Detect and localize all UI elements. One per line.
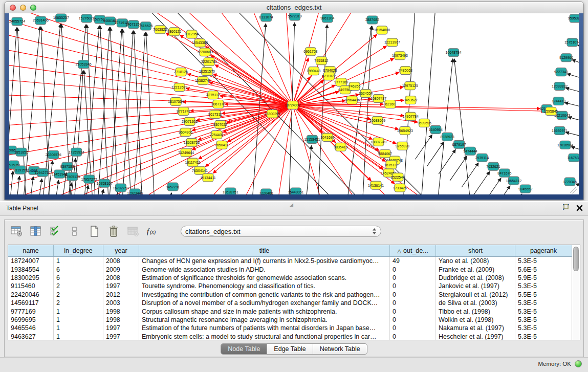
table-mode-icon[interactable] [10,225,23,238]
delete-column-icon[interactable] [107,225,120,238]
graph-node[interactable]: 17359924 [69,148,84,156]
graph-node[interactable]: 9756928 [396,142,409,150]
graph-node[interactable]: 16251570 [199,68,215,76]
graph-node[interactable]: 15751074 [564,38,579,47]
graph-node[interactable]: 1167534 [567,154,579,162]
column-header-short[interactable]: short [436,245,515,256]
graph-node[interactable]: 1851855 [14,148,28,156]
graph-node[interactable]: 12923446 [127,189,143,194]
column-header-name[interactable]: name [8,245,54,256]
graph-node[interactable]: 9617311 [208,110,222,118]
graph-node[interactable]: 32201761 [201,58,217,66]
canvas-resize-grip[interactable] [570,187,577,193]
float-panel-icon[interactable] [562,204,570,213]
graph-node[interactable]: 7663822 [153,26,167,34]
graph-node[interactable]: 16154808 [374,26,390,34]
graph-node[interactable]: 8131074 [259,13,273,21]
graph-node[interactable]: 1990448 [307,67,320,75]
graph-node[interactable]: 5572319 [288,13,301,20]
graph-node[interactable]: 12213967 [384,38,400,47]
graph-node[interactable]: 9129966 [559,54,573,62]
graph-node[interactable]: 9457791 [166,183,180,191]
graph-node[interactable]: 9319159 [13,166,27,174]
graph-node[interactable]: 1041699 [320,133,334,141]
graph-node[interactable]: 7220466 [259,189,273,194]
graph-node[interactable]: 10648784 [446,49,462,57]
graph-node[interactable]: 15692971 [552,126,568,135]
graph-node[interactable]: 2887682 [365,16,379,24]
graph-node[interactable]: 9245652 [518,185,532,193]
toggle-rows-icon[interactable] [68,225,81,238]
graph-node[interactable]: 9463627 [404,96,418,104]
table-panel-titlebar[interactable]: ◢ Table Panel [0,201,588,216]
column-header-year[interactable]: year [103,245,139,256]
graph-node[interactable]: 18107554 [168,98,184,106]
graph-node[interactable]: 9474444 [463,147,477,155]
scrollbar-thumb[interactable] [573,247,579,271]
column-chooser-icon[interactable] [29,225,42,238]
graph-node[interactable]: 18628753 [184,138,200,146]
graph-node[interactable]: 10973493 [392,52,408,60]
table-row[interactable]: 1830029562008Estimation of significance … [8,274,572,282]
tab-edge-table[interactable]: Edge Table [267,344,313,354]
graph-node[interactable]: 746266 [349,82,360,91]
graph-node[interactable]: 8938923 [441,133,454,141]
graph-node[interactable]: 1595845 [544,107,558,115]
splitter-grip[interactable]: ◢ [290,202,293,207]
graph-node[interactable]: 1770345 [563,178,577,186]
graph-node[interactable]: 71249644 [178,148,194,157]
graph-node[interactable]: 15276021 [79,14,95,23]
table-row[interactable]: 969969511998Structural magnetic resonanc… [8,316,572,324]
graph-node[interactable]: 9604906 [179,128,192,136]
graph-node[interactable]: 10655257 [53,14,69,22]
graph-node[interactable]: 9835413 [334,143,347,151]
graph-node[interactable]: 8912954 [185,30,199,38]
column-header-out-de-[interactable]: △out_de... [390,245,436,256]
graph-node[interactable]: 9861304 [320,14,334,23]
memory-ok-indicator-icon[interactable] [575,360,582,367]
table-row[interactable]: 946362711997Embryonic stem cells: a mode… [8,333,572,340]
graph-node[interactable]: 14957784 [403,112,419,120]
graph-node[interactable]: 17016504 [557,141,573,149]
graph-node[interactable]: 14136141 [368,181,384,189]
graph-node[interactable]: 7650411 [215,141,229,149]
graph-node[interactable]: 9771747 [177,107,190,115]
graph-node[interactable]: 7254401 [210,130,224,139]
close-panel-icon[interactable] [576,204,583,213]
network-canvas[interactable]: 2405572420691406106552571527602115276029… [9,13,579,194]
graph-node[interactable]: 19117411 [185,158,201,166]
graph-node[interactable]: 7632621 [486,162,500,170]
table-row[interactable]: 946554611997Estimation of the future num… [8,324,572,332]
table-row[interactable]: 1938455462009Genome-wide association stu… [8,265,572,273]
graph-node[interactable]: 10654112 [506,177,522,185]
graph-node[interactable]: 3067170 [211,100,225,108]
graph-node[interactable]: 1640954 [429,125,443,134]
table-row[interactable]: 911546021997Tourette syndrome. Phenomeno… [8,282,572,290]
graph-node[interactable]: 9227343 [554,68,568,76]
table-row[interactable]: 1872400712008Changes of HCN gene express… [8,257,572,265]
graph-node[interactable]: 2935114 [475,154,489,162]
graph-node[interactable]: 2522544 [391,173,405,181]
new-column-icon[interactable] [88,225,101,238]
graph-node[interactable]: 9307022 [213,120,227,128]
tab-network-table[interactable]: Network Table [313,344,367,354]
tab-node-table[interactable]: Node Table [221,344,267,354]
graph-node[interactable]: 9595323 [568,14,579,23]
graph-node[interactable]: 7515526 [139,22,153,30]
graph-node[interactable]: 4275112 [206,91,220,99]
graph-node[interactable]: 19134411 [200,173,216,182]
graph-node[interactable]: 20691406 [33,16,49,25]
graph-node[interactable]: 12093832 [552,82,568,91]
table-selector-dropdown[interactable]: citations_edges.txt [181,226,381,237]
graph-node[interactable]: 1615132 [384,161,398,169]
graph-node[interactable]: 9777169 [334,78,348,86]
graph-node[interactable]: 18628751 [223,188,238,194]
graph-node[interactable]: 1733426 [393,184,407,192]
column-header-title[interactable]: title [139,245,390,256]
graph-node[interactable]: 9397588 [60,162,74,170]
graph-node[interactable]: 15449051 [288,188,303,194]
column-header-pagerank[interactable]: pagerank [515,245,572,256]
graph-node[interactable]: 9860125 [167,28,181,36]
table-row[interactable]: 1456911722003Disruption of a novel membe… [8,299,572,307]
table-row[interactable]: 2242004622012Investigating the contribut… [8,291,572,299]
